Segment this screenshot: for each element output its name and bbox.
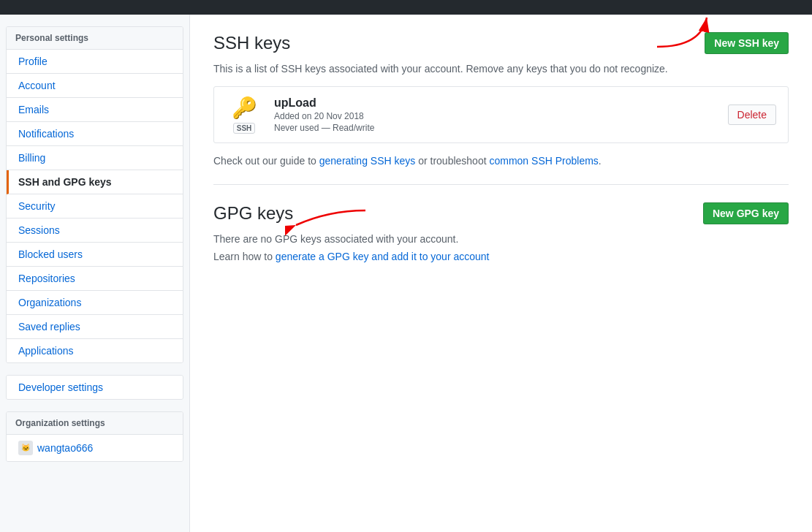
org-username: wangtao666 <box>37 442 93 454</box>
guide-text: Check out our guide to generating SSH ke… <box>213 155 789 167</box>
sidebar-item-notifications[interactable]: Notifications <box>7 122 183 146</box>
gpg-section-header: GPG keys New GPG key <box>213 202 789 224</box>
sidebar-item-billing[interactable]: Billing <box>7 146 183 170</box>
ssh-key-card: 🔑 SSH upLoad Added on 20 Nov 2018 Never … <box>213 86 789 143</box>
guide-pre: Check out our guide to <box>213 155 319 167</box>
sidebar-item-sessions[interactable]: Sessions <box>7 218 183 243</box>
delete-key-button[interactable]: Delete <box>728 104 776 125</box>
guide-post: . <box>599 155 602 167</box>
ssh-section-title: SSH keys <box>213 33 290 53</box>
sidebar-item-applications[interactable]: Applications <box>7 339 183 362</box>
ssh-section-header: SSH keys New SSH key <box>213 32 789 54</box>
ssh-badge: SSH <box>233 123 256 134</box>
org-settings-header: Organization settings <box>7 412 183 435</box>
new-gpg-key-button[interactable]: New GPG key <box>703 202 789 224</box>
sidebar-item-repositories[interactable]: Repositories <box>7 267 183 291</box>
personal-settings-header: Personal settings <box>7 27 183 50</box>
developer-settings-section: Developer settings <box>6 375 183 400</box>
sidebar-item-security[interactable]: Security <box>7 194 183 218</box>
main-content: SSH keys New SSH key This is a list of S… <box>190 15 812 532</box>
generating-ssh-keys-link[interactable]: generating SSH keys <box>319 155 416 167</box>
sidebar-item-organizations[interactable]: Organizations <box>7 291 183 315</box>
no-gpg-keys-text: There are no GPG keys associated with yo… <box>213 233 789 245</box>
sidebar-item-profile[interactable]: Profile <box>7 50 183 74</box>
top-bar <box>0 0 812 15</box>
org-settings-section: Organization settings 🐱 wangtao666 <box>6 411 183 462</box>
gpg-section-title: GPG keys <box>213 203 293 224</box>
personal-settings-section: Personal settings Profile Account Emails… <box>6 26 183 363</box>
learn-text: Learn how to generate a GPG key and add … <box>213 251 789 262</box>
key-icon: 🔑 <box>226 96 262 120</box>
guide-mid: or troubleshoot <box>415 155 489 167</box>
common-ssh-problems-link[interactable]: common SSH Problems <box>489 155 598 167</box>
sidebar-item-blocked-users[interactable]: Blocked users <box>7 243 183 267</box>
section-divider <box>213 184 789 185</box>
sidebar-item-developer-settings[interactable]: Developer settings <box>7 376 183 399</box>
sidebar: Personal settings Profile Account Emails… <box>0 15 190 532</box>
ssh-description: This is a list of SSH keys associated wi… <box>213 63 789 75</box>
org-avatar: 🐱 <box>18 441 33 455</box>
key-usage: Never used — Read/write <box>274 123 728 133</box>
key-icon-wrap: 🔑 SSH <box>226 96 262 134</box>
generate-gpg-key-link[interactable]: generate a GPG key and add it to your ac… <box>276 251 490 262</box>
key-info: upLoad Added on 20 Nov 2018 Never used —… <box>274 96 728 133</box>
sidebar-item-account[interactable]: Account <box>7 74 183 98</box>
sidebar-item-emails[interactable]: Emails <box>7 98 183 122</box>
key-added-date: Added on 20 Nov 2018 <box>274 111 728 121</box>
page-layout: Personal settings Profile Account Emails… <box>0 15 812 532</box>
key-name: upLoad <box>274 96 728 110</box>
new-ssh-key-button[interactable]: New SSH key <box>705 32 789 54</box>
sidebar-item-org-user[interactable]: 🐱 wangtao666 <box>7 435 183 461</box>
learn-pre: Learn how to <box>213 251 276 262</box>
sidebar-item-saved-replies[interactable]: Saved replies <box>7 315 183 339</box>
sidebar-item-ssh-gpg[interactable]: SSH and GPG keys <box>7 170 183 194</box>
